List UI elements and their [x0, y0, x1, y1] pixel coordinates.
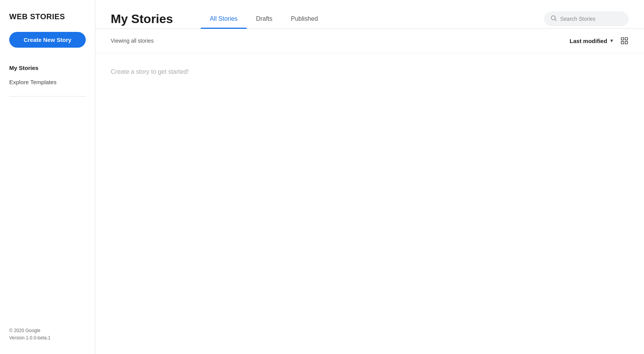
page-title: My Stories	[111, 12, 173, 26]
toolbar-right: Last modified ▼	[570, 37, 629, 45]
svg-line-1	[555, 19, 556, 20]
sidebar: WEB STORIES Create New Story My Stories …	[0, 0, 95, 354]
search-input[interactable]	[560, 16, 622, 22]
main-header: My Stories All Stories Drafts Published	[95, 0, 644, 29]
svg-rect-5	[625, 42, 627, 44]
app-title: WEB STORIES	[9, 12, 86, 21]
empty-state-message: Create a story to get started!	[111, 68, 189, 75]
toolbar: Viewing all stories Last modified ▼	[95, 29, 644, 53]
search-container[interactable]	[544, 12, 629, 26]
search-icon	[550, 15, 557, 23]
tab-all-stories[interactable]: All Stories	[201, 9, 247, 28]
svg-point-0	[551, 16, 556, 20]
svg-rect-2	[621, 38, 624, 40]
viewing-label: Viewing all stories	[111, 38, 154, 44]
sidebar-divider	[9, 96, 86, 96]
tab-drafts[interactable]: Drafts	[247, 9, 282, 28]
tabs-nav: All Stories Drafts Published	[201, 9, 526, 28]
footer-copyright: © 2020 Google	[9, 327, 50, 334]
grid-view-button[interactable]	[620, 37, 629, 45]
chevron-down-icon: ▼	[609, 38, 614, 43]
svg-rect-4	[621, 42, 624, 44]
svg-rect-3	[625, 38, 627, 40]
sidebar-nav: My Stories Explore Templates	[9, 61, 86, 88]
sort-label: Last modified	[570, 38, 607, 44]
content-area: Create a story to get started!	[95, 53, 644, 354]
sort-dropdown[interactable]: Last modified ▼	[570, 38, 614, 44]
main-content: My Stories All Stories Drafts Published …	[95, 0, 644, 354]
create-new-story-button[interactable]: Create New Story	[9, 32, 86, 48]
sidebar-footer: © 2020 Google Version 1.0.0-beta.1	[9, 327, 50, 342]
footer-version: Version 1.0.0-beta.1	[9, 334, 50, 342]
sidebar-item-my-stories[interactable]: My Stories	[9, 61, 86, 74]
sidebar-item-explore-templates[interactable]: Explore Templates	[9, 76, 86, 88]
tab-published[interactable]: Published	[282, 9, 327, 28]
